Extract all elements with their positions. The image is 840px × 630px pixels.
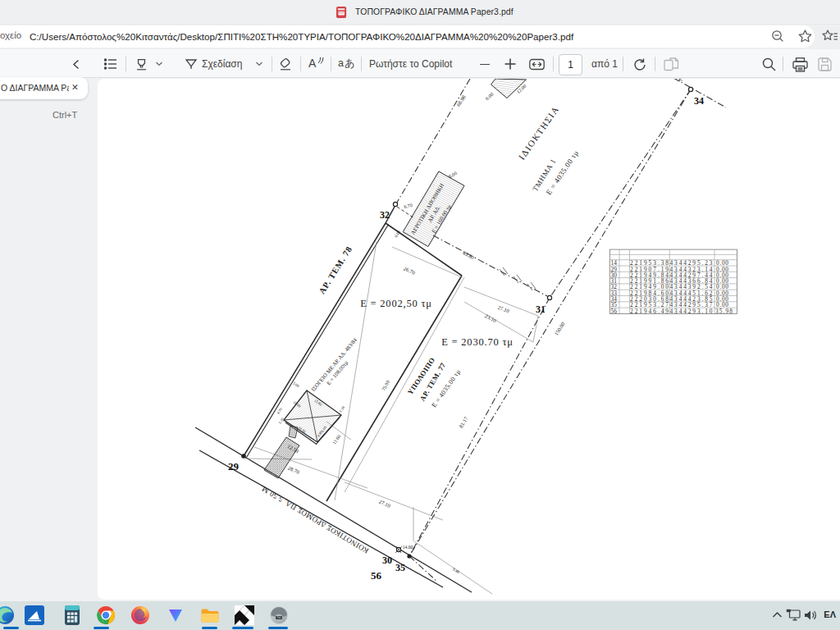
svg-text:14.00: 14.00	[403, 545, 413, 550]
svg-text:49.80: 49.80	[462, 249, 475, 260]
svg-text:ΚΟΙΝΟΤΙΚΟΣ ΔΡΟΜΟΣ ΠΛ. 5.50 Μ.: ΚΟΙΝΟΤΙΚΟΣ ΔΡΟΜΟΣ ΠΛ. 5.50 Μ.	[258, 483, 370, 555]
svg-text:6.00: 6.00	[485, 92, 495, 101]
svg-text:221946.49: 221946.49	[630, 308, 669, 315]
svg-text:Ε: Ε	[678, 79, 682, 83]
svg-text:30: 30	[382, 555, 392, 566]
svg-text:31: 31	[536, 304, 546, 315]
svg-text:75.00: 75.00	[381, 380, 390, 391]
svg-text:9.48: 9.48	[452, 567, 461, 574]
svg-text:29: 29	[228, 460, 240, 472]
svg-text:81.17: 81.17	[458, 415, 469, 429]
svg-text:56: 56	[611, 308, 618, 315]
svg-text:Fm: Fm	[277, 616, 281, 619]
svg-text:11.60: 11.60	[331, 434, 341, 445]
svg-text:28.70: 28.70	[287, 464, 300, 475]
svg-text:27.10: 27.10	[497, 304, 510, 314]
svg-text:23.10: 23.10	[484, 313, 497, 323]
svg-text:Ε = 2002,50 τμ: Ε = 2002,50 τμ	[360, 298, 432, 309]
svg-text:34: 34	[694, 95, 704, 107]
svg-text:5.00: 5.00	[292, 381, 300, 388]
svg-text:ΙΣΟΓΕΙΟ ΜΕ ΑΡ. ΑΔ. 483/84: ΙΣΟΓΕΙΟ ΜΕ ΑΡ. ΑΔ. 483/84	[310, 336, 358, 392]
svg-text:35: 35	[395, 562, 405, 573]
svg-text:56: 56	[371, 569, 382, 582]
svg-text:150.00: 150.00	[553, 321, 565, 336]
svg-text:32: 32	[380, 209, 390, 221]
svg-text:35.98: 35.98	[715, 308, 733, 315]
svg-text:68.98: 68.98	[455, 94, 467, 107]
svg-text:ΑΡ. ΤΕΜ. 78: ΑΡ. ΤΕΜ. 78	[317, 244, 354, 295]
svg-text:6.70: 6.70	[404, 203, 413, 210]
svg-text:ΙΔΙΟΚΤΗΣΙΑ: ΙΔΙΟΚΤΗΣΙΑ	[517, 104, 561, 162]
svg-text:1.38: 1.38	[338, 405, 345, 413]
svg-text:8.00: 8.00	[448, 171, 458, 180]
svg-text:26.70: 26.70	[403, 265, 416, 276]
svg-text:Ε = 2030.70 τμ: Ε = 2030.70 τμ	[441, 336, 514, 348]
svg-text:PDF: PDF	[339, 11, 345, 15]
